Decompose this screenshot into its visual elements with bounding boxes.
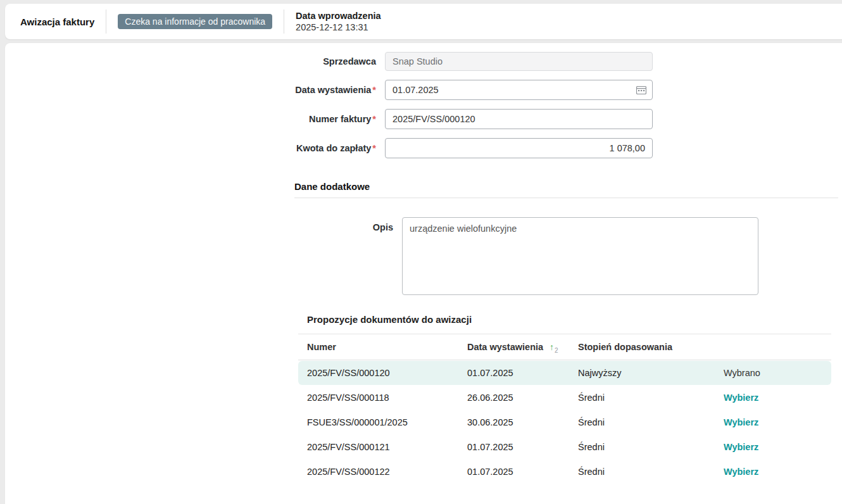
amount-due-row: Kwota do zapłaty* — [5, 138, 842, 158]
invoice-number-label: Numer faktury* — [5, 114, 385, 124]
cell-match-level: Średni — [578, 467, 724, 477]
description-row: Opis urządzenie wielofunkcyjne — [5, 217, 842, 295]
header-bar: Awizacja faktury Czeka na informacje od … — [5, 4, 842, 39]
status-badge: Czeka na informacje od pracownika — [118, 14, 272, 29]
table-header-row: Numer Data wystawienia ↑ 2 Stopień dopas… — [298, 334, 831, 360]
cell-issue-date: 01.07.2025 — [467, 368, 578, 378]
issue-date-label: Data wystawienia* — [5, 85, 385, 95]
entry-date-value: 2025-12-12 13:31 — [296, 22, 381, 33]
proposals-title: Propozycje dokumentów do awizacji — [307, 314, 838, 325]
cell-number: FSUE3/SS/000001/2025 — [307, 417, 467, 427]
proposals-section: Propozycje dokumentów do awizacji Numer … — [298, 314, 838, 484]
chosen-status: Wybrano — [724, 368, 760, 378]
cell-issue-date: 30.06.2025 — [467, 417, 578, 427]
proposals-table: Numer Data wystawienia ↑ 2 Stopień dopas… — [298, 334, 831, 484]
invoice-form-panel: Sprzedawca Data wystawienia* Numer faktu… — [5, 43, 842, 504]
cell-match-level: Średni — [578, 442, 724, 452]
additional-data-title: Dane dodatkowe — [294, 181, 838, 192]
issue-date-row: Data wystawienia* — [5, 80, 842, 100]
issue-date-field[interactable] — [385, 80, 653, 100]
section-divider — [294, 198, 838, 198]
cell-number: 2025/FV/SS/000122 — [307, 467, 467, 477]
cell-number: 2025/FV/SS/000120 — [307, 368, 467, 378]
cell-number: 2025/FV/SS/000118 — [307, 393, 467, 403]
cell-match-level: Średni — [578, 417, 724, 427]
cell-match-level: Najwyższy — [578, 368, 724, 378]
cell-issue-date: 26.06.2025 — [467, 393, 578, 403]
cell-issue-date: 01.07.2025 — [467, 467, 578, 477]
required-asterisk: * — [372, 143, 376, 153]
entry-date-block: Data wprowadzenia 2025-12-12 13:31 — [296, 10, 381, 33]
description-label: Opis — [5, 217, 402, 232]
select-link[interactable]: Wybierz — [724, 393, 758, 403]
select-link[interactable]: Wybierz — [724, 467, 758, 477]
cell-number: 2025/FV/SS/000121 — [307, 442, 467, 452]
cell-issue-date: 01.07.2025 — [467, 442, 578, 452]
seller-row: Sprzedawca — [5, 52, 842, 71]
select-link[interactable]: Wybierz — [724, 442, 758, 452]
invoice-number-row: Numer faktury* — [5, 109, 842, 129]
amount-due-field[interactable] — [385, 138, 653, 158]
column-header-issue-date[interactable]: Data wystawienia ↑ 2 — [467, 342, 578, 352]
amount-due-label: Kwota do zapłaty* — [5, 143, 385, 153]
header-divider — [284, 9, 284, 34]
invoice-number-field[interactable] — [385, 109, 653, 129]
description-field[interactable]: urządzenie wielofunkcyjne — [402, 217, 758, 295]
seller-field[interactable] — [385, 52, 653, 71]
sort-ascending-icon[interactable]: ↑ 2 — [550, 343, 558, 351]
table-row: 2025/FV/SS/000121 01.07.2025 Średni Wybi… — [298, 435, 831, 459]
table-row: 2025/FV/SS/000118 26.06.2025 Średni Wybi… — [298, 386, 831, 410]
entry-date-label: Data wprowadzenia — [296, 10, 381, 22]
page-title: Awizacja faktury — [20, 16, 94, 27]
seller-label: Sprzedawca — [5, 56, 385, 66]
calendar-icon[interactable] — [636, 85, 646, 94]
column-header-number[interactable]: Numer — [307, 342, 467, 352]
select-link[interactable]: Wybierz — [724, 417, 758, 427]
table-row: 2025/FV/SS/000122 01.07.2025 Średni Wybi… — [298, 460, 831, 484]
header-divider — [106, 9, 106, 34]
required-asterisk: * — [372, 114, 376, 124]
table-row: 2025/FV/SS/000120 01.07.2025 Najwyższy W… — [298, 361, 831, 385]
table-row: FSUE3/SS/000001/2025 30.06.2025 Średni W… — [298, 410, 831, 434]
cell-match-level: Średni — [578, 393, 724, 403]
column-header-match-level[interactable]: Stopień dopasowania — [578, 342, 724, 352]
required-asterisk: * — [372, 85, 376, 95]
additional-data-section-header: Dane dodatkowe — [294, 181, 838, 198]
